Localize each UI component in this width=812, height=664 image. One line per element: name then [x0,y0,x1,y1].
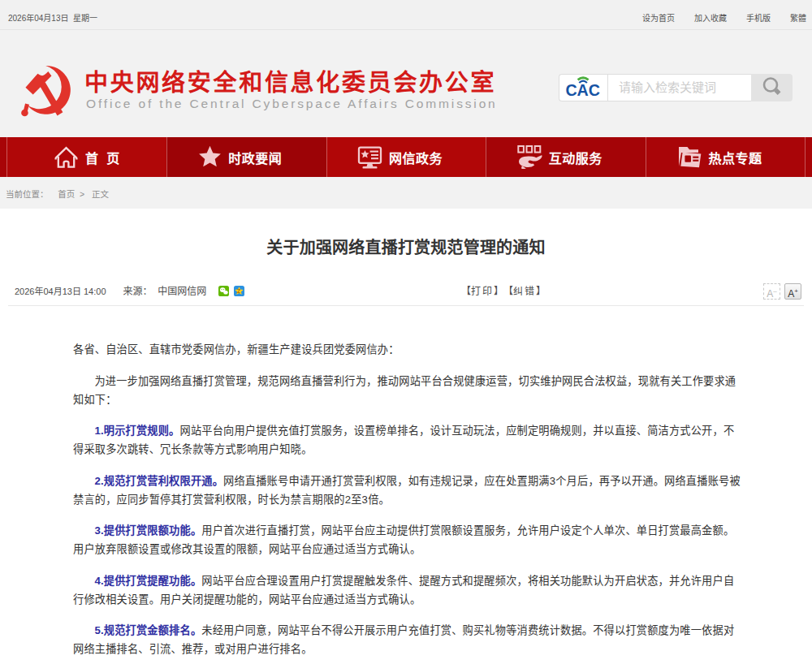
svg-text:Z: Z [237,288,240,294]
svg-text:CAC: CAC [565,80,600,98]
